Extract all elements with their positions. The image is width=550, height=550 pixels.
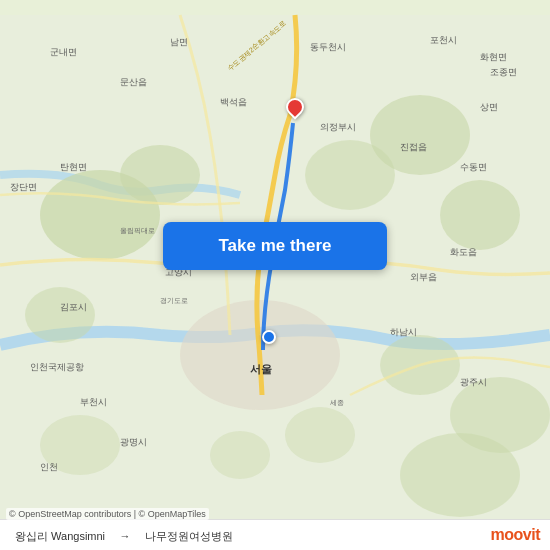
svg-text:세종: 세종: [330, 399, 344, 406]
svg-text:탄현면: 탄현면: [60, 162, 87, 172]
svg-text:진접읍: 진접읍: [400, 142, 427, 152]
attribution: © OpenStreetMap contributors | © OpenMap…: [6, 508, 209, 520]
svg-point-6: [25, 287, 95, 343]
svg-point-5: [305, 140, 395, 210]
svg-text:조종면: 조종면: [490, 67, 517, 77]
svg-text:군내면: 군내면: [50, 47, 77, 57]
arrow-label: →: [115, 528, 136, 544]
svg-point-10: [285, 407, 355, 463]
destination-dot: [262, 330, 276, 344]
svg-text:인천: 인천: [40, 462, 58, 472]
origin-label: 왕십리 Wangsimni: [10, 528, 110, 544]
svg-text:서울: 서울: [250, 363, 272, 375]
svg-point-4: [440, 180, 520, 250]
svg-text:수동면: 수동면: [460, 162, 487, 172]
svg-text:포천시: 포천시: [430, 35, 457, 45]
route-info: 왕십리 Wangsimni → 나무정원여성병원: [10, 526, 238, 544]
svg-text:인천국제공항: 인천국제공항: [30, 362, 84, 372]
svg-text:김포시: 김포시: [60, 302, 87, 312]
svg-text:외부읍: 외부읍: [410, 272, 437, 282]
svg-text:상면: 상면: [480, 102, 498, 112]
svg-point-11: [210, 431, 270, 479]
svg-text:부천시: 부천시: [80, 397, 107, 407]
svg-text:장단면: 장단면: [10, 182, 37, 192]
svg-text:의정부시: 의정부시: [320, 122, 356, 132]
svg-text:하남시: 하남시: [390, 327, 417, 337]
moovit-logo: moovit: [491, 526, 540, 544]
svg-text:백석읍: 백석읍: [220, 97, 247, 107]
svg-text:남면: 남면: [170, 37, 188, 47]
svg-point-2: [120, 145, 200, 205]
bottom-bar: 왕십리 Wangsimni → 나무정원여성병원: [0, 519, 550, 550]
svg-text:경기도로: 경기도로: [160, 297, 188, 304]
svg-text:광명시: 광명시: [120, 437, 147, 447]
svg-text:화도읍: 화도읍: [450, 247, 477, 257]
svg-text:광주시: 광주시: [460, 377, 487, 387]
map-background: 군내면 남면 동두천시 포천시 화현면 조종면 상면 문산읍 백석읍 의정부시 …: [0, 0, 550, 550]
svg-text:동두천시: 동두천시: [310, 42, 346, 52]
svg-text:문산읍: 문산읍: [120, 77, 147, 87]
take-me-there-button[interactable]: Take me there: [163, 222, 387, 270]
map-container: 군내면 남면 동두천시 포천시 화현면 조종면 상면 문산읍 백석읍 의정부시 …: [0, 0, 550, 550]
svg-text:화현면: 화현면: [480, 52, 507, 62]
svg-text:올림픽대로: 올림픽대로: [120, 227, 155, 235]
destination-label: 나무정원여성병원: [140, 528, 238, 544]
svg-point-9: [400, 433, 520, 517]
